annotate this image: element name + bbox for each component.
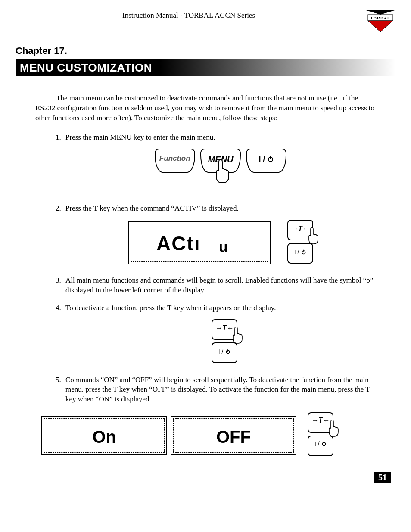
figure-lcd-activ: ACtı u →T← I / xyxy=(65,220,376,266)
intro-paragraph: The main menu can be customized to deact… xyxy=(16,93,395,123)
power-key-small: I / xyxy=(308,436,333,456)
doc-header-title: Instruction Manual - TORBAL AGCN Series xyxy=(16,10,362,20)
function-key: Function xyxy=(155,149,195,173)
menu-key: MENU xyxy=(200,149,241,173)
header-rule xyxy=(16,22,362,22)
svg-text:u: u xyxy=(219,239,228,255)
section-banner: MENU CUSTOMIZATION xyxy=(16,59,395,76)
power-icon xyxy=(225,349,230,354)
svg-text:OFF: OFF xyxy=(216,427,251,446)
lcd-off-text: OFF xyxy=(199,425,268,446)
step-2: Press the T key when the command “ACTIV”… xyxy=(63,204,376,266)
lcd-frame: ACtı u xyxy=(128,221,271,264)
power-icon xyxy=(267,156,274,162)
lcd-off: OFF xyxy=(171,416,296,455)
step-1: Press the main MENU key to enter the mai… xyxy=(63,133,376,194)
power-icon xyxy=(301,249,306,255)
lcd-activ-text: ACtı u xyxy=(152,230,247,255)
svg-text:On: On xyxy=(92,427,116,446)
lcd-on-text: On xyxy=(78,425,130,446)
step-5: Commands “ON” and “OFF” will begin to sc… xyxy=(63,375,376,405)
hand-press-icon xyxy=(210,158,236,191)
svg-marker-0 xyxy=(366,10,395,15)
t-key: →T← xyxy=(287,220,313,240)
chapter-label: Chapter 17. xyxy=(16,45,395,56)
step-3: All main menu functions and commands wil… xyxy=(63,276,376,296)
svg-marker-2 xyxy=(368,21,393,32)
figure-on-off: On OFF →T← I / xyxy=(16,412,395,459)
power-icon xyxy=(321,441,327,446)
step-4: To deactivate a function, press the T ke… xyxy=(63,303,376,366)
logo-text: TORBAL xyxy=(371,16,390,20)
t-key: →T← xyxy=(308,412,333,433)
figure-keys-row: Function MENU I / xyxy=(65,149,376,194)
power-key: I / xyxy=(246,149,286,173)
page-number: 51 xyxy=(374,472,391,483)
lcd-on: On xyxy=(41,416,167,455)
svg-text:ACtı: ACtı xyxy=(156,232,201,255)
figure-t-key: →T← I / xyxy=(65,319,376,366)
t-key: →T← xyxy=(212,319,237,340)
torbal-logo: TORBAL xyxy=(365,9,395,33)
power-key-small: I / xyxy=(212,342,237,363)
power-key-small: I / xyxy=(287,243,313,264)
